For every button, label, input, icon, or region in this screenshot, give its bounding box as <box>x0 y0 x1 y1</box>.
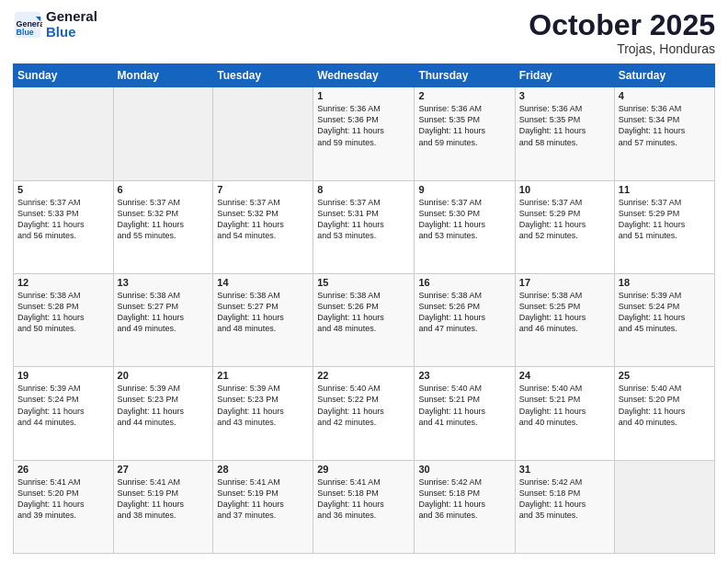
calendar-cell: 23Sunrise: 5:40 AM Sunset: 5:21 PM Dayli… <box>415 367 515 460</box>
calendar-cell <box>213 87 313 180</box>
day-info: Sunrise: 5:38 AM Sunset: 5:26 PM Dayligh… <box>317 290 410 335</box>
day-number: 29 <box>317 464 410 475</box>
calendar-cell: 13Sunrise: 5:38 AM Sunset: 5:27 PM Dayli… <box>113 273 213 366</box>
day-number: 2 <box>418 90 510 101</box>
day-number: 15 <box>317 277 410 288</box>
day-info: Sunrise: 5:39 AM Sunset: 5:23 PM Dayligh… <box>118 383 210 428</box>
day-info: Sunrise: 5:39 AM Sunset: 5:24 PM Dayligh… <box>619 290 711 335</box>
col-header-saturday: Saturday <box>614 64 714 87</box>
calendar-cell: 3Sunrise: 5:36 AM Sunset: 5:35 PM Daylig… <box>515 87 614 180</box>
calendar-cell: 4Sunrise: 5:36 AM Sunset: 5:34 PM Daylig… <box>614 87 714 180</box>
calendar-cell: 26Sunrise: 5:41 AM Sunset: 5:20 PM Dayli… <box>14 460 114 553</box>
day-number: 8 <box>317 184 410 195</box>
day-number: 16 <box>418 277 510 288</box>
col-header-monday: Monday <box>113 64 213 87</box>
calendar-cell: 31Sunrise: 5:42 AM Sunset: 5:18 PM Dayli… <box>515 460 614 553</box>
day-info: Sunrise: 5:37 AM Sunset: 5:29 PM Dayligh… <box>619 197 711 242</box>
logo-icon: General Blue <box>13 10 42 40</box>
day-number: 25 <box>619 370 711 381</box>
day-info: Sunrise: 5:40 AM Sunset: 5:20 PM Dayligh… <box>619 383 711 428</box>
day-number: 5 <box>17 184 109 195</box>
calendar-cell <box>614 460 714 553</box>
day-number: 1 <box>317 90 410 101</box>
calendar-cell: 25Sunrise: 5:40 AM Sunset: 5:20 PM Dayli… <box>614 367 714 460</box>
day-info: Sunrise: 5:38 AM Sunset: 5:27 PM Dayligh… <box>217 290 309 335</box>
day-number: 19 <box>17 370 109 381</box>
calendar-cell <box>14 87 114 180</box>
day-number: 22 <box>317 370 410 381</box>
day-number: 28 <box>217 464 309 475</box>
logo-line2: Blue <box>46 24 76 40</box>
day-number: 23 <box>418 370 510 381</box>
calendar-cell: 6Sunrise: 5:37 AM Sunset: 5:32 PM Daylig… <box>113 180 213 273</box>
day-number: 12 <box>17 277 109 288</box>
day-info: Sunrise: 5:40 AM Sunset: 5:22 PM Dayligh… <box>317 383 410 428</box>
calendar-cell: 22Sunrise: 5:40 AM Sunset: 5:22 PM Dayli… <box>313 367 415 460</box>
calendar-cell: 10Sunrise: 5:37 AM Sunset: 5:29 PM Dayli… <box>515 180 614 273</box>
calendar-week-3: 12Sunrise: 5:38 AM Sunset: 5:28 PM Dayli… <box>14 273 715 366</box>
calendar-cell: 15Sunrise: 5:38 AM Sunset: 5:26 PM Dayli… <box>313 273 415 366</box>
calendar-cell: 29Sunrise: 5:41 AM Sunset: 5:18 PM Dayli… <box>313 460 415 553</box>
day-number: 10 <box>519 184 610 195</box>
calendar-cell: 21Sunrise: 5:39 AM Sunset: 5:23 PM Dayli… <box>213 367 313 460</box>
logo-line1: General <box>46 8 97 24</box>
calendar-cell: 9Sunrise: 5:37 AM Sunset: 5:30 PM Daylig… <box>415 180 515 273</box>
day-info: Sunrise: 5:36 AM Sunset: 5:35 PM Dayligh… <box>519 103 610 148</box>
day-info: Sunrise: 5:42 AM Sunset: 5:18 PM Dayligh… <box>418 477 510 522</box>
day-number: 4 <box>619 90 711 101</box>
header: General Blue General Blue October 2025 T… <box>13 9 715 56</box>
col-header-friday: Friday <box>515 64 614 87</box>
title-block: October 2025 Trojas, Honduras <box>529 9 715 56</box>
day-info: Sunrise: 5:41 AM Sunset: 5:18 PM Dayligh… <box>317 477 410 522</box>
col-header-wednesday: Wednesday <box>313 64 415 87</box>
day-info: Sunrise: 5:40 AM Sunset: 5:21 PM Dayligh… <box>519 383 610 428</box>
calendar-cell: 27Sunrise: 5:41 AM Sunset: 5:19 PM Dayli… <box>113 460 213 553</box>
day-number: 14 <box>217 277 309 288</box>
day-number: 11 <box>619 184 711 195</box>
col-header-thursday: Thursday <box>415 64 515 87</box>
day-info: Sunrise: 5:42 AM Sunset: 5:18 PM Dayligh… <box>519 477 610 522</box>
month-title: October 2025 <box>529 9 715 41</box>
calendar-cell: 19Sunrise: 5:39 AM Sunset: 5:24 PM Dayli… <box>14 367 114 460</box>
calendar-header-row: SundayMondayTuesdayWednesdayThursdayFrid… <box>14 64 715 87</box>
calendar-cell: 8Sunrise: 5:37 AM Sunset: 5:31 PM Daylig… <box>313 180 415 273</box>
day-info: Sunrise: 5:37 AM Sunset: 5:32 PM Dayligh… <box>217 197 309 242</box>
day-number: 27 <box>118 464 210 475</box>
day-number: 9 <box>418 184 510 195</box>
calendar-cell: 17Sunrise: 5:38 AM Sunset: 5:25 PM Dayli… <box>515 273 614 366</box>
day-info: Sunrise: 5:38 AM Sunset: 5:28 PM Dayligh… <box>17 290 109 335</box>
day-number: 31 <box>519 464 610 475</box>
calendar-cell: 30Sunrise: 5:42 AM Sunset: 5:18 PM Dayli… <box>415 460 515 553</box>
day-number: 24 <box>519 370 610 381</box>
day-info: Sunrise: 5:41 AM Sunset: 5:20 PM Dayligh… <box>17 477 109 522</box>
calendar-cell: 7Sunrise: 5:37 AM Sunset: 5:32 PM Daylig… <box>213 180 313 273</box>
calendar-cell: 16Sunrise: 5:38 AM Sunset: 5:26 PM Dayli… <box>415 273 515 366</box>
day-info: Sunrise: 5:37 AM Sunset: 5:33 PM Dayligh… <box>17 197 109 242</box>
svg-text:Blue: Blue <box>17 27 34 36</box>
calendar: SundayMondayTuesdayWednesdayThursdayFrid… <box>13 63 715 554</box>
calendar-cell: 28Sunrise: 5:41 AM Sunset: 5:19 PM Dayli… <box>213 460 313 553</box>
day-info: Sunrise: 5:36 AM Sunset: 5:34 PM Dayligh… <box>619 103 711 148</box>
col-header-sunday: Sunday <box>14 64 114 87</box>
calendar-cell: 11Sunrise: 5:37 AM Sunset: 5:29 PM Dayli… <box>614 180 714 273</box>
logo-text: General Blue <box>46 9 97 40</box>
calendar-cell: 24Sunrise: 5:40 AM Sunset: 5:21 PM Dayli… <box>515 367 614 460</box>
day-number: 26 <box>17 464 109 475</box>
calendar-week-4: 19Sunrise: 5:39 AM Sunset: 5:24 PM Dayli… <box>14 367 715 460</box>
calendar-cell <box>113 87 213 180</box>
day-info: Sunrise: 5:41 AM Sunset: 5:19 PM Dayligh… <box>118 477 210 522</box>
calendar-cell: 12Sunrise: 5:38 AM Sunset: 5:28 PM Dayli… <box>14 273 114 366</box>
day-number: 13 <box>118 277 210 288</box>
day-info: Sunrise: 5:38 AM Sunset: 5:26 PM Dayligh… <box>418 290 510 335</box>
day-info: Sunrise: 5:40 AM Sunset: 5:21 PM Dayligh… <box>418 383 510 428</box>
calendar-cell: 14Sunrise: 5:38 AM Sunset: 5:27 PM Dayli… <box>213 273 313 366</box>
calendar-week-2: 5Sunrise: 5:37 AM Sunset: 5:33 PM Daylig… <box>14 180 715 273</box>
logo: General Blue General Blue <box>13 9 97 40</box>
day-info: Sunrise: 5:39 AM Sunset: 5:23 PM Dayligh… <box>217 383 309 428</box>
day-number: 21 <box>217 370 309 381</box>
day-number: 20 <box>118 370 210 381</box>
day-number: 6 <box>118 184 210 195</box>
calendar-cell: 1Sunrise: 5:36 AM Sunset: 5:36 PM Daylig… <box>313 87 415 180</box>
calendar-cell: 5Sunrise: 5:37 AM Sunset: 5:33 PM Daylig… <box>14 180 114 273</box>
day-info: Sunrise: 5:37 AM Sunset: 5:31 PM Dayligh… <box>317 197 410 242</box>
